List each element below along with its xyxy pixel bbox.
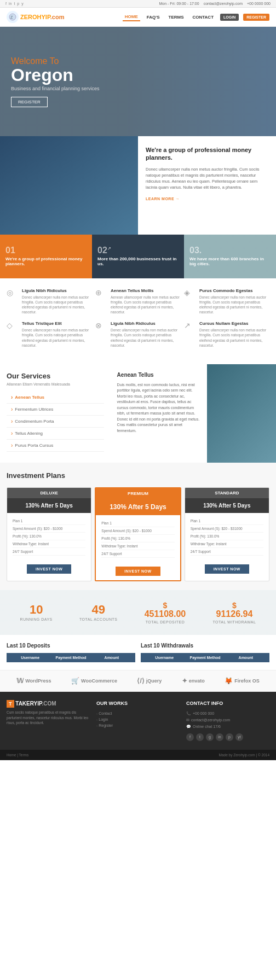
feature-icon-0: ◎ (7, 288, 19, 300)
partner-firefox-label: Firefox OS (234, 678, 260, 684)
services-menu-item-2[interactable]: Condimentum Porta (7, 416, 104, 428)
social-linkedin[interactable]: in (216, 733, 223, 741)
social-twitter[interactable]: t (196, 733, 204, 741)
footer-contact: CONTACT INFO 📞 +00 000 000 ✉ contact@zer… (186, 701, 269, 741)
social-youtube[interactable]: yt (235, 733, 243, 741)
partner-woocommerce-label: WooCommerce (81, 678, 117, 684)
nav-login[interactable]: LOGIN (220, 14, 239, 21)
deposits-col-username: Username (10, 656, 50, 660)
feature-text-3: Tellus Tristique Elit Donec ullamcorper … (22, 321, 92, 347)
footer-link-login[interactable]: Login (96, 716, 180, 722)
plan-standard-header: Standard (185, 488, 269, 498)
hero-register-button[interactable]: REGISTER (11, 97, 48, 107)
feature-title-1: Aenean Tellus Mollis (111, 288, 181, 293)
services-menu-item-0[interactable]: Aenean Tellus (7, 392, 104, 404)
investment-title: Investment Plans (7, 471, 269, 480)
footer-bottom: Home | Terms Made by Zerohyip.com | © 20… (0, 750, 276, 760)
feature-text-5: Cursus Nullam Egestas Donec ullamcorper … (199, 321, 269, 347)
plan-standard-profit: Profit (%): 130.0% (191, 533, 263, 540)
learn-more-link[interactable]: LEARN MORE → (146, 197, 180, 201)
nav-home[interactable]: HOME (123, 13, 140, 21)
linkedin-link[interactable]: in (9, 2, 12, 5)
plan-standard-invest-button[interactable]: INVEST NOW (205, 564, 249, 574)
social-links[interactable]: f in t p y (5, 2, 24, 5)
counter-label-3: TOTAL WITHDRAWAL (212, 620, 256, 624)
social-pinterest[interactable]: p (226, 733, 233, 741)
services-menu-item-3[interactable]: Tellus Aliening (7, 428, 104, 440)
footer-link-contact[interactable]: Contact (96, 710, 180, 716)
logo-text: ZEROHYIP.com (20, 14, 65, 20)
envato-icon: ✦ (182, 677, 187, 685)
partner-wordpress-label: WordPress (25, 678, 51, 684)
twitter-link[interactable]: t (14, 2, 15, 5)
plan-deluxe-withdraw: Withdraw Type: Instant (13, 540, 85, 548)
stat-box-2: 02↗ More than 200,000 businesses trust i… (92, 235, 184, 278)
plan-premium-body: Plan 1 Spend Amount (S): $20 - $1000 Pro… (96, 515, 180, 562)
plan-standard-body: Plan 1 Spend Amount (S): $20 - $31000 Pr… (185, 513, 269, 560)
plan-premium-plan: Plan 1 (101, 520, 174, 527)
plan-premium: Premium 130% After 5 Days Plan 1 Spend A… (95, 487, 181, 581)
wordpress-icon: 𝕎 (16, 677, 24, 685)
plan-standard: Standard 130% After 5 Days Plan 1 Spend … (185, 487, 269, 581)
stat-title-3: We have more than 600 branches in big ci… (189, 256, 271, 266)
withdrawals-title: Last 10 Withdrawals (141, 643, 269, 649)
investment-section: Investment Plans Deluxe 130% After 5 Day… (0, 463, 276, 590)
youtube-link[interactable]: y (21, 2, 24, 5)
plan-deluxe-body: Plan 1 Spend Amount (S): $20 - $1000 Pro… (7, 513, 91, 560)
features-section: ◎ Ligula Nibh Ridiculus Donec ullamcorpe… (0, 278, 276, 364)
footer-chat: 💬 Online chat 17/6 (186, 724, 269, 730)
hero-subtitle: Welcome To (11, 56, 100, 66)
footer-link-register[interactable]: Register (96, 722, 180, 728)
feature-item-0: ◎ Ligula Nibh Ridiculus Donec ullamcorpe… (7, 288, 92, 314)
feature-desc-4: Donec ullamcorper nulla non metus auctor… (111, 328, 181, 347)
email: contact@zerohyip.com (204, 2, 243, 5)
social-google[interactable]: g (206, 733, 214, 741)
nav-register[interactable]: REGISTER (243, 14, 269, 21)
main-nav: HOME FAQ'S TERMS CONTACT LOGIN REGISTER (123, 13, 269, 21)
stat-title-2: More than 200,000 businesses trust in us… (97, 256, 179, 266)
plan-premium-invest-button[interactable]: INVEST NOW (116, 567, 160, 576)
email-icon: ✉ (186, 718, 189, 722)
services-detail: Aenean Tellus Duis mollis, est non commo… (111, 364, 207, 463)
services-left: Our Services Allanean Etiam Venenatis Ma… (0, 364, 111, 463)
footer-bottom-links: Home | Terms (7, 753, 28, 757)
services-title: Our Services (7, 372, 104, 380)
nav-terms[interactable]: TERMS (166, 14, 186, 21)
nav-faqs[interactable]: FAQ'S (145, 14, 162, 21)
footer-works-links: Contact Login Register (96, 710, 180, 728)
feature-icon-4: ⊗ (95, 321, 107, 333)
feature-item-4: ⊗ Ligula Nibh Ridiculus Donec ullamcorpe… (95, 321, 181, 347)
counter-deposited: $ 451108.00 TOTAL DEPOSITED (145, 601, 186, 624)
plan-standard-spend: Spend Amount (S): $20 - $31000 (191, 525, 263, 533)
schedule: Mon - Fri: 09:00 - 17:00 (159, 2, 199, 5)
plan-standard-plan: Plan 1 (191, 517, 263, 525)
nav-contact[interactable]: CONTACT (191, 14, 216, 21)
services-menu-item-1[interactable]: Fermentum Ultrices (7, 404, 104, 416)
pinterest-link[interactable]: p (17, 2, 19, 5)
plan-standard-support: 24/7 Support (191, 548, 263, 556)
feature-text-0: Ligula Nibh Ridiculus Donec ullamcorper … (22, 288, 92, 314)
plan-premium-spend: Spend Amount (S): $20 - $1000 (101, 527, 174, 535)
services-menu-item-4[interactable]: Purus Porta Cursus (7, 440, 104, 452)
top-bar: f in t p y Mon - Fri: 09:00 - 17:00 cont… (0, 0, 276, 8)
facebook-link[interactable]: f (5, 2, 7, 5)
transactions-section: Last 10 Deposits Username Payment Method… (0, 635, 276, 670)
counter-accounts: 49 TOTAL ACCOUNTS (79, 604, 118, 621)
plan-deluxe-header: Deluxe (7, 488, 91, 498)
deposits-header: Username Payment Method Amount (7, 653, 135, 662)
feature-text-1: Aenean Tellus Mollis Aenean ullamcorper … (111, 288, 181, 314)
plan-premium-profit: Profit (%): 130.0% (101, 535, 174, 542)
plan-premium-rate: 130% After 5 Days (96, 499, 180, 515)
features-row-2: ◇ Tellus Tristique Elit Donec ullamcorpe… (7, 321, 269, 347)
social-facebook[interactable]: f (186, 733, 194, 741)
stat-num-1: 01 (5, 246, 87, 255)
feature-icon-5: ↗ (184, 321, 196, 333)
hero-background (124, 27, 276, 136)
feature-title-4: Ligula Nibh Ridiculus (111, 321, 181, 326)
plan-premium-withdraw: Withdraw Type: Instant (101, 542, 174, 550)
partner-envato-label: envato (189, 678, 205, 684)
plan-deluxe-invest-button[interactable]: INVEST NOW (27, 564, 71, 574)
plan-deluxe-plan: Plan 1 (13, 517, 85, 525)
plan-deluxe-spend: Spend Amount (S): $20 - $1000 (13, 525, 85, 533)
deposits-col-amount: Amount (91, 656, 132, 660)
